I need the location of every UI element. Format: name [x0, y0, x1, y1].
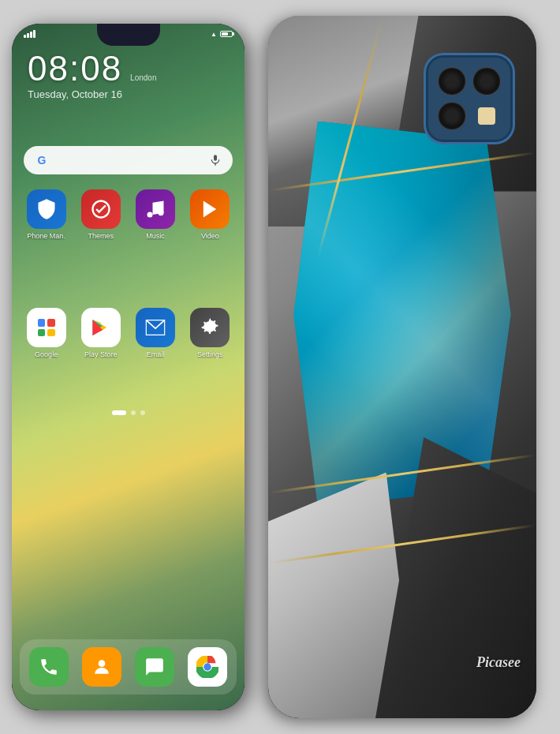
dock-phone[interactable] [26, 647, 73, 687]
clock-time: 08:08 [28, 51, 122, 86]
dock-contacts-icon [82, 647, 121, 687]
camera-module [426, 55, 513, 142]
play-store-svg [90, 316, 112, 339]
dock-contacts[interactable] [79, 647, 125, 687]
google-grid-icon [38, 319, 55, 336]
dot-1 [112, 410, 126, 415]
dot-3 [140, 410, 145, 415]
wifi-icon: ▲ [211, 31, 217, 38]
app-phone-manager[interactable]: Phone Man. [24, 189, 69, 240]
app-play-store[interactable]: Play Store [78, 308, 123, 358]
g-cell-green [38, 329, 46, 337]
music-label: Music [146, 232, 165, 240]
app-grid-row1: Phone Man. Themes [20, 189, 237, 240]
dot-2 [131, 410, 136, 415]
google-label: Google [35, 350, 58, 358]
email-label: Email [147, 350, 165, 358]
signal-bar-3 [30, 32, 32, 38]
play-store-icon [81, 308, 121, 347]
app-video[interactable]: Video [188, 189, 233, 240]
g-cell-red [47, 319, 55, 327]
camera-flash [478, 107, 495, 125]
svg-marker-4 [203, 201, 216, 218]
signal-bar-4 [33, 30, 35, 38]
right-status: ▲ [211, 31, 233, 38]
themes-icon [81, 189, 121, 229]
app-themes[interactable]: Themes [78, 189, 123, 240]
clock-date: Tuesday, October 16 [28, 88, 156, 100]
g-cell-yellow [47, 329, 55, 337]
app-settings[interactable]: Settings [188, 308, 233, 358]
signal-bar-1 [24, 35, 26, 38]
phone-screen: ▲ 08:08 London Tuesday, October 16 G [12, 24, 245, 710]
app-music[interactable]: Music [133, 189, 178, 240]
picasee-watermark: Picasee [476, 654, 521, 671]
mic-icon [209, 154, 222, 167]
email-icon [136, 308, 175, 347]
svg-point-2 [147, 212, 153, 218]
phone-notch [97, 24, 160, 46]
phone-front: ▲ 08:08 London Tuesday, October 16 G [12, 24, 245, 710]
video-icon [190, 189, 230, 229]
svg-rect-0 [214, 155, 217, 160]
clock-area: 08:08 London Tuesday, October 16 [28, 51, 156, 100]
clock-location: London [130, 73, 156, 82]
themes-label: Themes [88, 232, 114, 240]
phone-manager-icon [27, 189, 66, 229]
phone-manager-label: Phone Man. [27, 232, 65, 240]
video-label: Video [201, 232, 219, 240]
camera-lens-3 [438, 102, 466, 130]
battery-fill [222, 32, 228, 36]
dock-messages[interactable] [132, 647, 178, 687]
gear-svg [199, 316, 221, 339]
battery-tip [233, 32, 234, 36]
google-g-logo: G [35, 153, 49, 167]
svg-point-7 [203, 663, 211, 670]
app-grid-row2: Google Play Store [20, 308, 237, 358]
google-icon [27, 308, 66, 347]
app-google[interactable]: Google [24, 308, 69, 358]
g-cell-blue [38, 319, 46, 327]
camera-lens-2 [472, 67, 501, 95]
chrome-svg [196, 656, 218, 678]
search-bar[interactable]: G [24, 146, 233, 174]
svg-point-6 [99, 660, 106, 667]
play-store-label: Play Store [84, 350, 118, 358]
svg-point-3 [159, 210, 164, 215]
app-email[interactable]: Email [133, 308, 178, 358]
signal-bar-2 [27, 33, 29, 38]
dock-messages-icon [135, 647, 174, 687]
scene: Picasee ▲ [0, 0, 560, 734]
dock-phone-icon [29, 647, 69, 687]
dock-chrome[interactable] [184, 647, 230, 687]
phone-case-back: Picasee [268, 16, 536, 718]
dock-chrome-icon [188, 647, 227, 687]
bottom-dock [20, 639, 237, 695]
settings-label: Settings [197, 350, 223, 358]
music-icon [136, 189, 175, 229]
case-marble-blue-center [282, 122, 523, 508]
settings-icon [190, 308, 230, 347]
page-indicator [112, 410, 145, 415]
camera-lens-1 [438, 67, 466, 95]
battery-icon [220, 31, 233, 37]
signal-area [24, 30, 35, 38]
